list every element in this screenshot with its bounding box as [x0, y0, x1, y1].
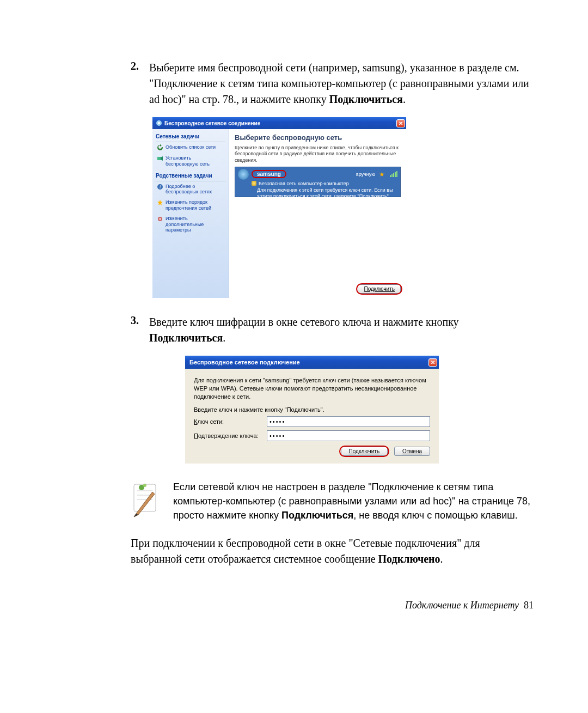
svg-point-7 — [160, 218, 161, 220]
step-3: 3. Введите ключ шифрации в окне сетевого… — [131, 314, 534, 346]
sidebar-link-label: Установить беспроводную сеть — [166, 155, 224, 167]
step2-text-c: . — [403, 93, 406, 105]
step2-text-b: Подключиться — [329, 93, 403, 105]
svg-point-1 — [158, 122, 160, 124]
confirm-key-row: Подтверждение ключа: — [194, 430, 430, 441]
info-icon: i — [157, 184, 163, 190]
window-title: Беспроводное сетевое подключение — [189, 359, 428, 365]
network-security-label: Безопасная сеть компьютер-компьютер — [259, 181, 349, 186]
sidebar-link-label: Подробнее о беспроводных сетях — [166, 184, 224, 196]
step3-text-b: Подключиться — [149, 332, 223, 344]
svg-text:i: i — [160, 185, 161, 190]
sidebar-link-learn[interactable]: i Подробнее о беспроводных сетях — [157, 184, 224, 196]
network-key-row: Ключ сети: — [194, 416, 430, 427]
network-item-samsung[interactable]: samsung вручную ★ Безопасная сеть компью… — [235, 167, 401, 197]
sidebar: Сетевые задачи Обновить список сети Уста… — [152, 129, 229, 298]
step-body: Выберите имя беспроводной сети (например… — [149, 60, 534, 107]
step-2: 2. Выберите имя беспроводной сети (напри… — [131, 60, 534, 107]
step3-text-c: . — [223, 332, 225, 344]
dialog-hint: Введите ключ и нажмите кнопку "Подключит… — [194, 406, 430, 413]
sidebar-link-order[interactable]: Изменить порядок предпочтения сетей — [157, 199, 224, 211]
close-icon[interactable]: ✕ — [396, 119, 405, 127]
window-titlebar[interactable]: Беспроводное сетевое подключение ✕ — [185, 356, 439, 369]
lock-icon — [252, 181, 256, 186]
sidebar-link-refresh[interactable]: Обновить список сети — [157, 144, 224, 151]
window-title: Беспроводное сетевое соединение — [164, 120, 396, 126]
window-titlebar[interactable]: Беспроводное сетевое соединение ✕ — [152, 117, 406, 129]
sidebar-heading-tasks: Сетевые задачи — [156, 132, 225, 142]
sidebar-heading-related: Родственные задачи — [156, 172, 225, 181]
network-key-input[interactable] — [267, 416, 430, 427]
main-title: Выберите беспроводную сеть — [235, 133, 401, 142]
page-number: 81 — [524, 600, 534, 611]
figure-wireless-list: Беспроводное сетевое соединение ✕ Сетевы… — [152, 117, 534, 298]
dialog-description: Для подключения к сети "samsung" требует… — [194, 376, 430, 401]
note-block: Если сетевой ключ не настроен в разделе … — [131, 480, 534, 522]
gear-icon — [157, 216, 163, 222]
network-key-label: Ключ сети: — [194, 418, 267, 425]
svg-point-13 — [143, 484, 146, 487]
signal-strength-icon — [390, 171, 397, 177]
page-footer: Подключение к Интернету 81 — [131, 600, 534, 611]
wireless-list-window: Беспроводное сетевое соединение ✕ Сетевы… — [152, 117, 406, 298]
footer-text: Подключение к Интернету — [405, 600, 519, 611]
setup-icon — [157, 155, 163, 162]
sidebar-link-label: Изменить порядок предпочтения сетей — [166, 199, 224, 211]
favorite-star-icon: ★ — [379, 170, 385, 178]
connect-button-label: Подключить — [364, 286, 395, 292]
connect-button[interactable]: Подключить — [341, 447, 388, 456]
connect-button[interactable]: Подключить — [358, 284, 401, 294]
result-paragraph: При подключении к беспроводной сети в ок… — [131, 535, 534, 567]
close-icon[interactable]: ✕ — [428, 358, 437, 367]
svg-marker-5 — [157, 200, 163, 205]
sidebar-link-label: Обновить список сети — [166, 144, 216, 150]
svg-rect-8 — [134, 484, 156, 511]
step3-text-a: Введите ключ шифрации в окне сетевого кл… — [149, 316, 459, 328]
note-icon — [131, 480, 160, 518]
note-text: Если сетевой ключ не настроен в разделе … — [173, 480, 534, 522]
svg-rect-2 — [157, 157, 161, 160]
cancel-button[interactable]: Отмена — [394, 447, 430, 456]
network-ssid: samsung — [252, 170, 286, 178]
main-description: Щелкните по пункту в приведенном ниже сп… — [235, 145, 401, 163]
figure-key-dialog: Беспроводное сетевое подключение ✕ Для п… — [152, 356, 534, 464]
star-icon — [157, 199, 163, 206]
network-manual-label: вручную — [356, 172, 375, 177]
confirm-key-input[interactable] — [267, 430, 430, 441]
refresh-icon — [157, 144, 163, 151]
sidebar-link-setup[interactable]: Установить беспроводную сеть — [157, 155, 224, 167]
key-dialog-window: Беспроводное сетевое подключение ✕ Для п… — [185, 356, 439, 464]
step-body: Введите ключ шифрации в окне сетевого кл… — [149, 314, 534, 346]
sidebar-link-advanced[interactable]: Изменить дополнительные параметры — [157, 216, 224, 233]
step-number: 2. — [131, 60, 144, 107]
sidebar-link-label: Изменить дополнительные параметры — [166, 216, 224, 233]
step-number: 3. — [131, 314, 144, 346]
network-help-text: Для подключения к этой сети требуется кл… — [257, 187, 397, 199]
network-icon — [238, 169, 249, 180]
confirm-key-label: Подтверждение ключа: — [194, 432, 267, 439]
wireless-icon — [156, 120, 162, 126]
main-panel: Выберите беспроводную сеть Щелкните по п… — [229, 129, 406, 298]
